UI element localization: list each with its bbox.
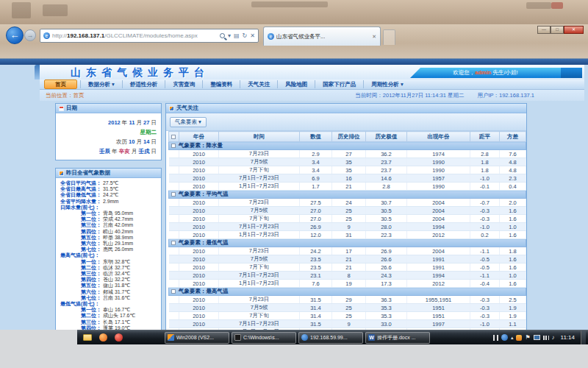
weather-stat-value: 郯城 31.7℃ (101, 289, 130, 294)
weather-stat-label: 第七位： (81, 247, 101, 252)
column-header: 数值 (300, 132, 332, 142)
table-row[interactable]: 20107月下旬27.02530.52004-0.31.6 (169, 215, 526, 223)
table-row[interactable]: 20107月下旬3.43523.719901.84.8 (169, 166, 526, 174)
nav-item[interactable]: 灾害查询 (165, 80, 202, 88)
show-desktop-button[interactable] (581, 330, 586, 345)
taskbar-clock[interactable]: 11:14 (558, 334, 578, 341)
welcome-banner: 欢迎您，admin 先生/小姐! (410, 68, 561, 78)
nav-item[interactable]: 舒适性分析 (122, 80, 165, 88)
taskbar-button-vm[interactable]: Win2008 (VS2... (165, 332, 229, 344)
caret-up-icon[interactable]: ▴ (511, 335, 514, 341)
group-row[interactable]: 气象要素：平均气温 (169, 191, 526, 199)
table-cell: 31.4 (300, 312, 332, 320)
forward-button[interactable]: → (24, 29, 36, 41)
quick-launch (79, 333, 126, 342)
network-icon[interactable] (543, 336, 549, 340)
group-row[interactable]: 气象要素：最高气温 (169, 288, 526, 296)
table-row[interactable]: 20107月23日31.52936.31955,1951-0.32.5 (169, 296, 526, 304)
table-cell: 8 (332, 272, 366, 280)
table-cell: 2010 (179, 199, 219, 207)
address-bar[interactable]: e http://192.168.137.1/GLCCLIMATE/module… (40, 29, 259, 43)
table-cell: 2010 (179, 280, 219, 288)
group-label: 气象要素：最高气温 (179, 288, 229, 294)
flash-icon[interactable] (516, 335, 522, 341)
minimize-button[interactable]: — (537, 26, 551, 34)
table-row[interactable]: 20107月5候31.42535.31951-0.31.9 (169, 304, 526, 312)
table-cell: 2010 (179, 255, 219, 263)
taskbar-button-label: C:\Windows\s... (243, 335, 279, 340)
row-gutter-cell (169, 312, 179, 320)
weather-stat-label: 第六位： (81, 241, 101, 246)
taskbar[interactable]: Win2008 (VS2...C:\Windows\s...192.168.59… (77, 330, 588, 344)
browser-tab[interactable]: e 山东省气候业务平... ✕ (263, 26, 381, 46)
back-button[interactable]: ← (6, 26, 24, 44)
compatibility-view-icon[interactable]: ▤ (234, 32, 240, 39)
table-row[interactable]: 20101月1日~7月23日12.03122.320120.21.6 (169, 231, 526, 239)
weather-stat-line: 全省平均降水量： 2.9mm (59, 199, 159, 205)
nav-item[interactable]: 国家下行产品 (315, 80, 363, 88)
taskbar-button-rdp[interactable]: 192.168.59.99... (298, 332, 363, 344)
group-row[interactable]: 气象要素：最低气温 (169, 239, 526, 247)
tab-close-icon[interactable]: ✕ (372, 34, 376, 40)
table-cell: 1994 (407, 223, 470, 231)
group-row[interactable]: 气象要素：降水量 (169, 142, 526, 150)
system-tray: ▴⚑♪ (493, 334, 555, 341)
weather-stat-label: 第五位： (81, 235, 101, 240)
table-row[interactable]: 20107月5候23.52126.61991-0.51.6 (169, 255, 526, 263)
chevron-down-icon[interactable]: ▾ (228, 32, 231, 39)
stop-icon[interactable]: ✕ (250, 32, 255, 39)
nav-item[interactable]: 天气关注 (240, 80, 277, 88)
table-row[interactable]: 20107月下旬23.52126.61991-0.51.6 (169, 263, 526, 272)
table-cell: 25 (332, 312, 366, 320)
table-cell: 7月1日~7月23日 (219, 272, 300, 280)
table-row[interactable]: 20107月23日27.52430.72004-0.72.0 (169, 199, 526, 207)
calendar-panel: 日期 2012 年 11 月 27 日星期二农历 10 月 14 日壬辰 年 辛… (55, 103, 162, 160)
table-row[interactable]: 20107月23日24.21726.92004-1.11.8 (169, 247, 526, 255)
taskbar-button-word[interactable]: W操作手册.docx ... (365, 332, 430, 344)
safety-icon[interactable] (501, 334, 508, 341)
folder-icon[interactable] (83, 334, 92, 341)
table-cell: 27.0 (300, 207, 332, 215)
table-row[interactable]: 20107月5候27.02530.52004-0.31.6 (169, 207, 526, 215)
table-row[interactable]: 20107月23日2.92736.219742.87.6 (169, 150, 526, 158)
monitor-icon[interactable] (534, 335, 540, 340)
group-checkbox[interactable] (171, 192, 176, 197)
breadcrumb-current[interactable]: 首页 (74, 92, 85, 99)
nav-item[interactable]: 周期性分析 ▾ (363, 80, 410, 88)
nav-item[interactable]: 风险地图 (277, 80, 315, 88)
group-checkbox[interactable] (171, 289, 176, 294)
search-icon[interactable] (220, 33, 225, 38)
table-row[interactable]: 20107月1日~7月23日31.5933.01997-1.01.1 (169, 320, 526, 328)
table-row[interactable]: 20101月1日~7月23日7.61917.32012-0.41.6 (169, 280, 526, 288)
table-row[interactable]: 20107月1日~7月23日23.1824.31994-1.11.0 (169, 272, 526, 280)
table-cell: 30.7 (366, 199, 407, 207)
new-tab-button[interactable] (383, 29, 395, 45)
table-row[interactable]: 20107月1日~7月23日26.9928.01994-1.01.0 (169, 223, 526, 231)
table-row[interactable]: 20107月下旬31.42535.31951-0.31.9 (169, 312, 526, 320)
table-cell: 1.6 (500, 255, 526, 263)
calendar-text: 日 (149, 138, 157, 145)
welcome-suffix: 先生/小姐! (491, 69, 517, 76)
weather-section-label: 日降水量(前七)： (59, 205, 159, 210)
opera-icon[interactable] (115, 333, 123, 342)
volume-icon[interactable]: ♪ (552, 334, 555, 341)
table-row[interactable]: 20107月1日~7月23日6.91614.61957-1.02.3 (169, 174, 526, 183)
refresh-icon[interactable]: ↻ (243, 32, 248, 39)
nav-item[interactable]: 首页 (44, 79, 77, 89)
select-all-checkbox[interactable] (171, 135, 176, 139)
nav-item[interactable]: 数据分析 ▾ (80, 80, 122, 88)
ime-icon[interactable] (493, 335, 498, 341)
element-filter-button[interactable]: 气象要素 ▾ (170, 117, 207, 127)
firefox-icon[interactable] (99, 333, 107, 342)
table-cell: 23.7 (366, 166, 407, 174)
nav-item[interactable]: 整编资料 (202, 80, 240, 88)
table-row[interactable]: 20101月1日~7月23日1.7212.81990-0.10.4 (169, 183, 526, 191)
group-checkbox[interactable] (171, 241, 176, 245)
maximize-button[interactable]: □ (551, 26, 564, 34)
table-cell: 25 (332, 215, 366, 223)
table-row[interactable]: 20107月5候3.43523.719901.84.8 (169, 158, 526, 166)
close-button[interactable]: ✕ (564, 26, 584, 34)
taskbar-button-cmd[interactable]: C:\Windows\s... (232, 332, 296, 344)
group-checkbox[interactable] (171, 144, 176, 148)
flag-icon[interactable]: ⚑ (525, 334, 530, 341)
